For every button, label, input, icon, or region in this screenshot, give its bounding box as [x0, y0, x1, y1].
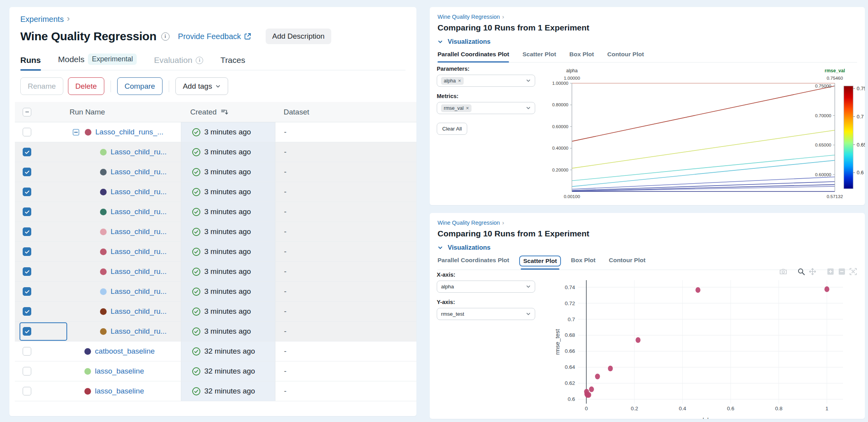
run-color-dot: [100, 249, 107, 255]
row-checkbox[interactable]: [23, 168, 31, 176]
svg-text:0.75: 0.75: [857, 86, 865, 91]
table-row[interactable]: Lasso_child_ru...3 minutes ago-: [15, 282, 416, 302]
table-row[interactable]: lasso_baseline32 minutes ago-: [15, 381, 416, 401]
run-name-link[interactable]: catboost_baseline: [95, 347, 155, 356]
row-checkbox[interactable]: [23, 387, 31, 395]
info-icon: i: [196, 57, 203, 64]
run-name-link[interactable]: Lasso_child_ru...: [111, 287, 167, 296]
row-checkbox[interactable]: [23, 327, 31, 336]
tab-evaluation[interactable]: Evaluation i: [154, 55, 203, 70]
row-checkbox[interactable]: [23, 307, 31, 316]
table-row[interactable]: Lasso_child_runs_...3 minutes ago-: [15, 122, 416, 142]
run-name-link[interactable]: Lasso_child_ru...: [111, 148, 167, 156]
row-checkbox[interactable]: [23, 267, 31, 276]
run-status-finished-icon: [192, 307, 201, 316]
row-checkbox[interactable]: [23, 367, 31, 376]
row-checkbox[interactable]: [23, 148, 31, 156]
run-dataset: -: [275, 142, 416, 162]
run-status-finished-icon: [192, 168, 201, 177]
row-checkbox[interactable]: [23, 207, 31, 216]
svg-text:0.70000: 0.70000: [815, 113, 831, 118]
table-row[interactable]: Lasso_child_ru...3 minutes ago-: [15, 202, 416, 222]
svg-text:0.65000: 0.65000: [815, 143, 831, 147]
svg-text:1: 1: [825, 406, 829, 411]
breadcrumb-experiments-link[interactable]: Experiments: [20, 15, 64, 24]
svg-text:0.64: 0.64: [565, 364, 575, 370]
provide-feedback-label: Provide Feedback: [178, 32, 241, 41]
svg-text:0.75000: 0.75000: [815, 84, 831, 88]
svg-text:0.6: 0.6: [568, 396, 575, 402]
svg-text:0.62: 0.62: [565, 380, 575, 386]
svg-text:rmse_test: rmse_test: [554, 329, 561, 355]
run-name-link[interactable]: Lasso_child_ru...: [111, 267, 167, 276]
svg-text:alpha: alpha: [699, 417, 714, 419]
run-name-link[interactable]: Lasso_child_ru...: [111, 168, 167, 176]
row-checkbox[interactable]: [23, 287, 31, 296]
table-row[interactable]: lasso_baseline32 minutes ago-: [15, 361, 416, 381]
run-status-finished-icon: [192, 387, 201, 396]
provide-feedback-link[interactable]: Provide Feedback: [178, 32, 252, 41]
rename-button[interactable]: Rename: [20, 77, 63, 95]
runs-table-header: Run Name Created Dataset: [15, 102, 416, 122]
experiment-panel: Experiments › Wine Quality Regression i …: [9, 7, 416, 416]
add-tags-dropdown[interactable]: Add tags: [175, 77, 228, 95]
add-description-button[interactable]: Add Description: [266, 29, 331, 44]
parallel-coordinates-plot[interactable]: 1.000000.800000.600000.400000.200000.750…: [430, 7, 865, 205]
column-header-created[interactable]: Created: [181, 108, 275, 116]
svg-text:0.68: 0.68: [565, 332, 575, 338]
svg-text:0: 0: [585, 406, 588, 411]
row-checkbox[interactable]: [23, 247, 31, 256]
run-name-link[interactable]: lasso_baseline: [95, 367, 144, 376]
run-name-link[interactable]: Lasso_child_ru...: [111, 227, 167, 236]
table-row[interactable]: catboost_baseline32 minutes ago-: [15, 342, 416, 361]
info-icon[interactable]: i: [161, 32, 170, 41]
run-name-link[interactable]: Lasso_child_ru...: [111, 207, 167, 216]
experimental-badge: Experimental: [88, 54, 137, 65]
run-name-link[interactable]: lasso_baseline: [95, 387, 144, 395]
compare-button[interactable]: Compare: [117, 77, 163, 95]
run-dataset: -: [275, 162, 416, 182]
row-checkbox[interactable]: [23, 128, 31, 136]
run-name-link[interactable]: Lasso_child_runs_...: [95, 128, 163, 136]
tab-models-label: Models: [58, 55, 85, 64]
run-dataset: -: [275, 282, 416, 301]
row-checkbox[interactable]: [23, 188, 31, 196]
run-name-link[interactable]: Lasso_child_ru...: [111, 327, 167, 336]
svg-text:rmse_val: rmse_val: [825, 68, 845, 73]
table-row[interactable]: Lasso_child_ru...3 minutes ago-: [15, 242, 416, 262]
row-checkbox[interactable]: [23, 347, 31, 356]
tab-traces[interactable]: Traces: [220, 55, 245, 70]
table-row[interactable]: Lasso_child_ru...3 minutes ago-: [15, 222, 416, 242]
table-row[interactable]: Lasso_child_ru...3 minutes ago-: [15, 162, 416, 182]
run-name-link[interactable]: Lasso_child_ru...: [111, 307, 167, 316]
collapse-toggle-icon[interactable]: [73, 129, 79, 136]
run-dataset: -: [275, 381, 416, 401]
run-created-time: 32 minutes ago: [204, 347, 255, 356]
tab-models[interactable]: Models Experimental: [58, 54, 137, 70]
delete-button[interactable]: Delete: [68, 77, 104, 95]
column-header-dataset[interactable]: Dataset: [275, 108, 416, 116]
tab-traces-label: Traces: [220, 55, 245, 65]
run-created-time: 32 minutes ago: [204, 387, 255, 395]
tab-runs[interactable]: Runs: [20, 55, 41, 70]
run-dataset: -: [275, 242, 416, 261]
run-color-dot: [100, 308, 107, 315]
run-name-link[interactable]: Lasso_child_ru...: [111, 247, 167, 256]
table-row[interactable]: Lasso_child_ru...3 minutes ago-: [15, 302, 416, 322]
table-row[interactable]: Lasso_child_ru...3 minutes ago-: [15, 262, 416, 282]
page-title: Wine Quality Regression: [20, 30, 157, 43]
svg-text:0.2: 0.2: [631, 406, 638, 411]
run-created-time: 3 minutes ago: [204, 327, 251, 336]
scatter-plot[interactable]: 0.60.620.640.660.680.70.720.7400.20.40.6…: [430, 213, 865, 419]
run-created-time: 3 minutes ago: [204, 168, 251, 176]
table-row[interactable]: Lasso_child_ru...3 minutes ago-: [15, 142, 416, 162]
select-all-checkbox[interactable]: [23, 108, 31, 116]
column-header-run-name[interactable]: Run Name: [38, 108, 181, 116]
table-row[interactable]: Lasso_child_ru...3 minutes ago-: [15, 322, 416, 342]
run-color-dot: [100, 189, 107, 195]
svg-text:0.40000: 0.40000: [552, 146, 568, 150]
row-checkbox[interactable]: [23, 227, 31, 236]
run-color-dot: [100, 169, 107, 175]
run-name-link[interactable]: Lasso_child_ru...: [111, 188, 167, 196]
table-row[interactable]: Lasso_child_ru...3 minutes ago-: [15, 182, 416, 202]
